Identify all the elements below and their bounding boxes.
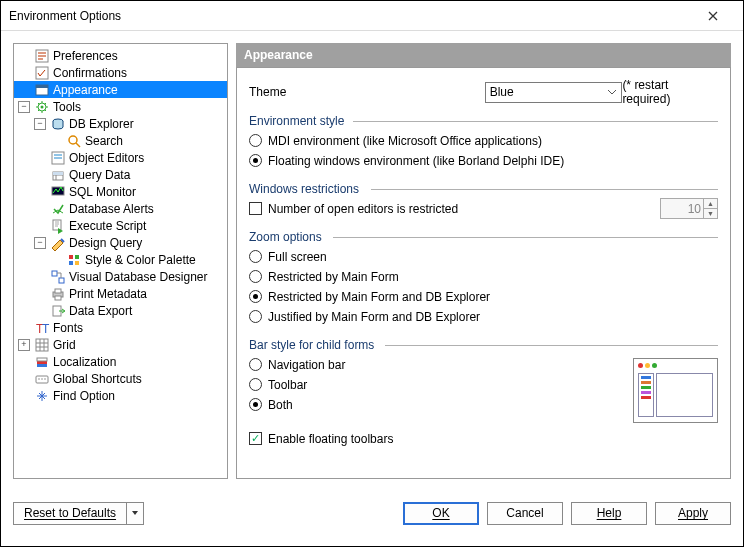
theme-select[interactable]: Blue <box>485 82 623 103</box>
close-button[interactable] <box>691 2 735 30</box>
tree-item-data-export[interactable]: Data Export <box>14 302 227 319</box>
apply-button[interactable]: Apply <box>655 502 731 525</box>
nav-tree[interactable]: PreferencesConfirmationsAppearance−Tools… <box>13 43 228 479</box>
svg-rect-17 <box>52 271 57 276</box>
reset-defaults-split-button[interactable]: Reset to Defaults <box>13 502 144 525</box>
search-icon <box>66 133 82 149</box>
tree-item-label: Grid <box>53 338 76 352</box>
tree-item-tools[interactable]: −Tools <box>14 98 227 115</box>
bar-style-option-0[interactable]: Navigation bar <box>249 355 345 374</box>
tree-item-label: Visual Database Designer <box>69 270 208 284</box>
option-label: Navigation bar <box>268 358 345 372</box>
main-panel: Appearance Theme Blue (* restart require… <box>236 43 731 479</box>
tree-item-global-shortcuts[interactable]: Global Shortcuts <box>14 370 227 387</box>
tree-item-label: Search <box>85 134 123 148</box>
option-label: Floating windows environment (like Borla… <box>268 154 564 168</box>
svg-rect-11 <box>52 187 64 195</box>
find-icon <box>34 388 50 404</box>
dialog-window: Environment Options PreferencesConfirmat… <box>0 0 744 547</box>
tree-item-label: Find Option <box>53 389 115 403</box>
svg-rect-16 <box>75 261 79 265</box>
radio-icon <box>249 378 262 391</box>
svg-rect-32 <box>44 378 46 380</box>
svg-rect-3 <box>36 85 48 88</box>
tree-item-print-metadata[interactable]: Print Metadata <box>14 285 227 302</box>
window-title: Environment Options <box>9 9 691 23</box>
expand-toggle-icon[interactable]: − <box>34 118 46 130</box>
svg-rect-13 <box>69 255 73 259</box>
editors-count-input[interactable]: 10 ▲▼ <box>660 198 718 219</box>
chevron-down-icon <box>607 87 617 97</box>
tree-item-db-explorer[interactable]: −DB Explorer <box>14 115 227 132</box>
tree-item-object-editors[interactable]: Object Editors <box>14 149 227 166</box>
tree-item-fonts[interactable]: TTFonts <box>14 319 227 336</box>
zoom-option-1[interactable]: Restricted by Main Form <box>249 267 718 286</box>
export-icon <box>50 303 66 319</box>
radio-icon <box>249 154 262 167</box>
tree-item-appearance[interactable]: Appearance <box>14 81 227 98</box>
fonts-icon: TT <box>34 320 50 336</box>
expand-toggle-icon[interactable]: − <box>18 101 30 113</box>
zoom-group-title: Zoom options <box>249 228 718 246</box>
radio-icon <box>249 358 262 371</box>
restrict-editors-option[interactable]: Number of open editors is restricted 10 … <box>249 199 718 218</box>
bar-style-preview <box>633 358 718 423</box>
section-header: Appearance <box>236 43 731 67</box>
env-style-option-0[interactable]: MDI environment (like Microsoft Office a… <box>249 131 718 150</box>
zoom-option-3[interactable]: Justified by Main Form and DB Explorer <box>249 307 718 326</box>
print-icon <box>50 286 66 302</box>
tree-item-grid[interactable]: +Grid <box>14 336 227 353</box>
help-button[interactable]: Help <box>571 502 647 525</box>
cancel-button[interactable]: Cancel <box>487 502 563 525</box>
svg-rect-25 <box>36 339 48 351</box>
expand-toggle-icon[interactable]: + <box>18 339 30 351</box>
tree-item-label: Object Editors <box>69 151 144 165</box>
footer: Reset to Defaults OK Cancel Help Apply <box>1 491 743 535</box>
tree-item-database-alerts[interactable]: Database Alerts <box>14 200 227 217</box>
zoom-option-2[interactable]: Restricted by Main Form and DB Explorer <box>249 287 718 306</box>
tree-item-confirmations[interactable]: Confirmations <box>14 64 227 81</box>
checkbox-icon <box>249 432 262 445</box>
tree-item-search[interactable]: Search <box>14 132 227 149</box>
tree-item-localization[interactable]: Localization <box>14 353 227 370</box>
tree-item-label: Fonts <box>53 321 83 335</box>
svg-point-7 <box>69 136 77 144</box>
zoom-option-0[interactable]: Full screen <box>249 247 718 266</box>
sqlmon-icon <box>50 184 66 200</box>
tools-icon <box>34 99 50 115</box>
tree-item-label: Localization <box>53 355 116 369</box>
tree-item-execute-script[interactable]: Execute Script <box>14 217 227 234</box>
tree-item-label: DB Explorer <box>69 117 134 131</box>
svg-rect-14 <box>75 255 79 259</box>
tree-item-query-data[interactable]: Query Data <box>14 166 227 183</box>
chevron-down-icon <box>131 509 139 517</box>
tree-item-label: Tools <box>53 100 81 114</box>
dbexp-icon <box>50 116 66 132</box>
floating-toolbars-option[interactable]: Enable floating toolbars <box>249 429 718 448</box>
svg-text:T: T <box>42 322 50 336</box>
tree-item-preferences[interactable]: Preferences <box>14 47 227 64</box>
reset-defaults-dropdown[interactable] <box>126 502 144 525</box>
env-style-group-title: Environment style <box>249 112 718 130</box>
tree-item-style-color-palette[interactable]: Style & Color Palette <box>14 251 227 268</box>
tree-item-design-query[interactable]: −Design Query <box>14 234 227 251</box>
env-style-option-1[interactable]: Floating windows environment (like Borla… <box>249 151 718 170</box>
tree-item-visual-database-designer[interactable]: Visual Database Designer <box>14 268 227 285</box>
exec-icon <box>50 218 66 234</box>
checkbox-icon <box>249 202 262 215</box>
tree-item-label: Confirmations <box>53 66 127 80</box>
expand-toggle-icon[interactable]: − <box>34 237 46 249</box>
tree-item-sql-monitor[interactable]: SQL Monitor <box>14 183 227 200</box>
svg-rect-21 <box>55 296 61 300</box>
appear-icon <box>34 82 50 98</box>
restrict-editors-label: Number of open editors is restricted <box>268 202 458 216</box>
tree-item-find-option[interactable]: Find Option <box>14 387 227 404</box>
bar-style-option-1[interactable]: Toolbar <box>249 375 345 394</box>
ok-button[interactable]: OK <box>403 502 479 525</box>
spinner[interactable]: ▲▼ <box>703 199 717 218</box>
reset-defaults-button[interactable]: Reset to Defaults <box>13 502 126 525</box>
tree-item-label: Data Export <box>69 304 132 318</box>
radio-icon <box>249 290 262 303</box>
win-restrict-group-title: Windows restrictions <box>249 180 718 198</box>
bar-style-option-2[interactable]: Both <box>249 395 345 414</box>
